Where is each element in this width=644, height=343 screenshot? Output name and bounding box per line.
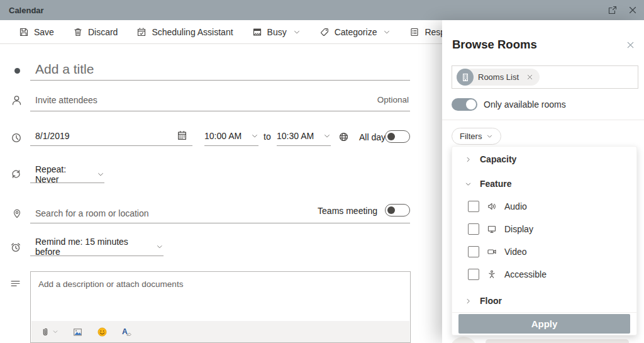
panel-title: Browse Rooms [452, 38, 537, 52]
description-editor[interactable]: Add a description or attach documents [30, 271, 411, 343]
date-picker-calendar-icon[interactable] [177, 130, 187, 141]
start-date-value: 8/1/2019 [35, 131, 70, 141]
repeat-select[interactable]: Repeat: Never [30, 166, 104, 183]
audio-label: Audio [504, 201, 527, 211]
chevron-down-icon [52, 329, 58, 335]
discard-button[interactable]: Discard [73, 27, 118, 37]
person-icon [11, 94, 23, 106]
clear-formatting-icon [121, 327, 132, 337]
toggle-knob [466, 99, 476, 110]
display-checkbox[interactable] [468, 223, 479, 235]
reminder-value: Remind me: 15 minutes before [35, 237, 151, 257]
attendees-placeholder: Invite attendees [35, 95, 97, 105]
room-location-search-input[interactable]: Search for a room or location Teams meet… [30, 204, 410, 223]
accessible-label: Accessible [504, 269, 547, 279]
description-placeholder: Add a description or attach documents [38, 279, 183, 289]
busy-status-dropdown[interactable]: Busy [252, 27, 301, 37]
end-time-value: 10:30 AM [277, 131, 314, 141]
building-icon [457, 69, 474, 86]
scheduling-assistant-icon [136, 27, 147, 37]
browse-rooms-panel: Browse Rooms Rooms List Only available r… [442, 20, 644, 343]
reminder-select[interactable]: Remind me: 15 minutes before [30, 238, 164, 256]
feature-row-accessible: Accessible [452, 269, 547, 280]
start-time-select[interactable]: 10:00 AM [204, 127, 258, 146]
toggle-knob [387, 133, 395, 140]
save-icon [19, 27, 29, 37]
chevron-down-icon [383, 28, 391, 36]
popout-icon[interactable] [608, 5, 618, 15]
feature-row-video: Video [452, 246, 527, 257]
monitor-icon [487, 224, 497, 234]
chevron-down-icon [465, 181, 472, 188]
apply-button[interactable]: Apply [458, 314, 630, 334]
room-list-text-placeholder [486, 339, 629, 343]
feature-row-audio: Audio [452, 201, 527, 212]
capacity-section-header[interactable]: Capacity [452, 154, 516, 164]
chevron-down-icon [486, 133, 493, 140]
clear-formatting-button[interactable] [121, 327, 132, 337]
response-options-icon [409, 27, 419, 37]
save-label: Save [34, 27, 54, 37]
only-available-rooms-toggle[interactable] [452, 98, 477, 111]
end-time-select[interactable]: 10:30 AM [277, 127, 331, 146]
chevron-down-icon [251, 132, 258, 140]
start-time-value: 10:00 AM [204, 131, 242, 141]
save-button[interactable]: Save [19, 27, 54, 37]
time-to-label: to [264, 132, 271, 142]
chevron-down-icon [97, 171, 104, 178]
floor-label: Floor [480, 296, 502, 306]
categorize-tag-icon [319, 27, 330, 37]
event-title-input[interactable]: Add a title [30, 58, 410, 81]
timezone-globe-icon[interactable] [338, 132, 349, 142]
start-date-input[interactable]: 8/1/2019 [30, 127, 192, 146]
emoji-smiley-icon [97, 327, 108, 337]
display-label: Display [504, 224, 533, 234]
alarm-clock-icon [10, 242, 21, 253]
teams-meeting-label: Teams meeting [318, 206, 377, 216]
close-panel-icon[interactable] [626, 40, 635, 50]
chevron-down-icon [293, 28, 301, 36]
invite-attendees-input[interactable]: Invite attendees Optional [30, 89, 410, 111]
location-placeholder: Search for a room or location [35, 208, 149, 218]
teams-meeting-toggle[interactable] [385, 204, 410, 216]
description-format-toolbar [31, 321, 409, 342]
video-checkbox[interactable] [468, 246, 479, 257]
availability-toggle-row: Only available rooms [452, 98, 566, 111]
filters-label: Filters [460, 132, 482, 141]
categorize-label: Categorize [335, 27, 377, 37]
room-search-box[interactable]: Rooms List [452, 65, 638, 89]
chevron-right-icon [465, 156, 472, 163]
event-compose-window: Calendar Save Discard Scheduling Assista… [0, 0, 644, 343]
chevron-down-icon [323, 132, 331, 140]
scheduling-assistant-button[interactable]: Scheduling Assistant [136, 27, 233, 37]
accessible-checkbox[interactable] [468, 269, 479, 280]
speaker-icon [487, 201, 497, 211]
calendar-category-dot [14, 68, 20, 74]
chevron-down-icon [156, 243, 164, 250]
attendees-optional-hint: Optional [377, 95, 409, 104]
video-camera-icon [487, 247, 497, 257]
remove-chip-icon[interactable] [523, 74, 536, 81]
discard-label: Discard [88, 27, 118, 37]
audio-checkbox[interactable] [468, 201, 479, 212]
accessibility-icon [487, 269, 497, 279]
chevron-right-icon [465, 298, 472, 305]
discard-icon [73, 27, 83, 37]
categorize-dropdown[interactable]: Categorize [319, 27, 391, 37]
floor-section-header[interactable]: Floor [452, 296, 502, 306]
rooms-list-chip-label: Rooms List [478, 72, 519, 82]
all-day-label: All day [359, 132, 386, 142]
all-day-toggle[interactable] [385, 130, 410, 143]
attach-file-button[interactable] [40, 327, 58, 337]
insert-emoji-button[interactable] [97, 327, 108, 337]
room-list-avatar-placeholder [450, 337, 477, 343]
filters-button[interactable]: Filters [452, 128, 501, 145]
feature-label: Feature [480, 179, 512, 189]
feature-section-header[interactable]: Feature [452, 179, 512, 189]
window-title: Calendar [9, 6, 44, 15]
panel-divider [442, 120, 644, 120]
video-label: Video [504, 247, 527, 257]
close-window-icon[interactable] [628, 5, 638, 15]
insert-image-button[interactable] [72, 327, 83, 337]
repeat-sync-icon [11, 169, 21, 179]
